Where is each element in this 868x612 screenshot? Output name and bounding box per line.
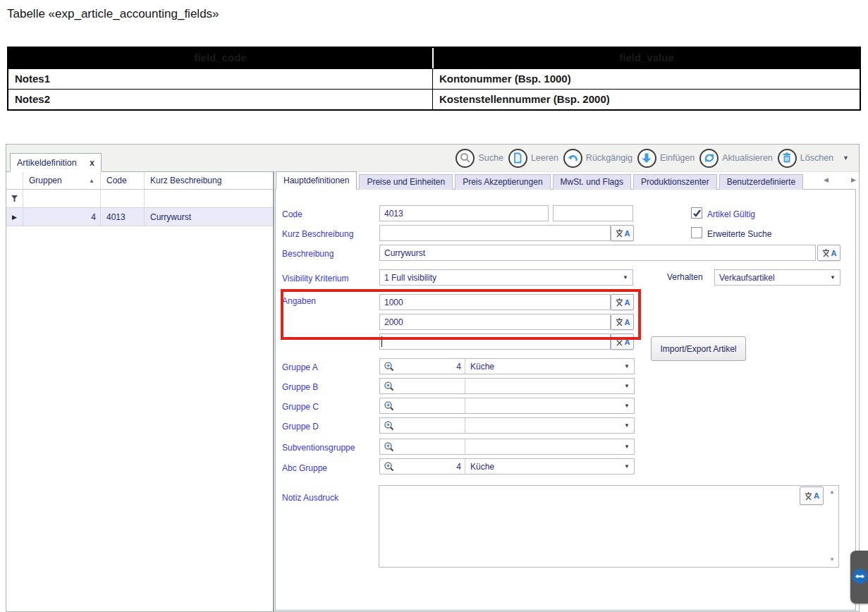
gruppe-d-label: Gruppe D <box>282 422 319 432</box>
translate-icon <box>615 228 624 238</box>
beschreibung-input[interactable]: Currywurst <box>379 245 816 261</box>
translate-button[interactable]: A <box>800 486 824 505</box>
column-header-field-code: field_code <box>8 48 432 68</box>
grid-filter-row[interactable] <box>6 190 273 208</box>
scroll-down-icon[interactable]: ▼ <box>829 556 835 563</box>
erweiterte-suche-checkbox[interactable] <box>691 227 702 238</box>
mapping-table-header-row: field_code field_value <box>8 48 860 68</box>
teamviewer-side-tab[interactable] <box>850 551 868 604</box>
lookup-magnifier-icon[interactable] <box>380 461 397 472</box>
tab-preise-und-einheiten[interactable]: Preise und Einheiten <box>359 174 453 190</box>
search-icon <box>456 149 475 168</box>
gruppe-d-combo[interactable]: ▼ <box>379 417 635 434</box>
translate-icon <box>615 317 624 326</box>
visibility-kriterium-select[interactable]: 1 Full visibility ▼ <box>379 269 633 286</box>
translate-button[interactable]: A <box>611 294 634 310</box>
beschreibung-label: Beschreibung <box>282 249 334 259</box>
page-title: Tabelle «exp_article_accounting_fields» <box>7 7 219 21</box>
gruppe-b-combo[interactable]: ▼ <box>379 378 635 394</box>
tab-artikeldefinition[interactable]: Artikeldefinition x <box>10 153 102 172</box>
gruppe-a-combo[interactable]: 4 Küche ▼ <box>379 358 635 374</box>
column-header-code[interactable]: Code <box>101 172 145 189</box>
chevron-down-icon[interactable]: ▼ <box>624 463 634 470</box>
abc-gruppe-label: Abc Gruppe <box>282 463 327 473</box>
tab-prev-icon[interactable]: ◀ <box>824 176 829 183</box>
visibility-kriterium-label: Visibility Kriterium <box>282 274 348 283</box>
column-header-field-value: field_value <box>432 48 860 68</box>
tab-scroll-arrows: ◀ ▶ <box>824 176 856 183</box>
abc-gruppe-combo[interactable]: 4 Küche ▼ <box>379 458 635 475</box>
refresh-button[interactable]: Aktualisieren <box>699 149 773 168</box>
close-icon[interactable]: x <box>90 158 94 168</box>
lookup-magnifier-icon[interactable] <box>380 441 397 452</box>
tab-mwst-und-flags[interactable]: MwSt. und Flags <box>553 174 631 190</box>
insert-button[interactable]: Einfügen <box>637 149 695 168</box>
artikel-gueltig-checkbox[interactable] <box>691 207 702 219</box>
kurz-beschreibung-input[interactable] <box>379 225 611 241</box>
tab-benutzerdefinierte[interactable]: Benutzerdefinierte <box>719 174 803 190</box>
chevron-down-icon[interactable]: ▼ <box>624 383 634 389</box>
panel-splitter[interactable] <box>273 171 274 611</box>
grid-indicator-header <box>6 172 23 189</box>
notiz-ausdruck-label: Notiz Ausdruck <box>282 493 338 503</box>
filter-cell-kurz[interactable] <box>145 190 273 207</box>
lookup-magnifier-icon[interactable] <box>380 381 397 391</box>
table-row: Notes2 Kostenstellennummer (Bsp. 2000) <box>8 89 860 109</box>
code-aux-input[interactable] <box>553 205 633 221</box>
delete-button[interactable]: Löschen <box>778 149 833 168</box>
scroll-up-icon[interactable]: ▲ <box>829 489 835 495</box>
clear-button[interactable]: Leeren <box>508 149 558 168</box>
table-row: Notes1 Kontonummer (Bsp. 1000) <box>8 68 860 89</box>
grid-selected-row[interactable]: ▶ 4 4013 Currywurst <box>6 208 273 226</box>
toolbar: Suche Leeren Rückgängig Einfügen Aktuali… <box>6 145 859 172</box>
column-header-gruppen[interactable]: Gruppen ▲ <box>23 172 101 189</box>
chevron-down-icon[interactable]: ▼ <box>624 443 634 450</box>
tab-produktionszenter[interactable]: Produktionszenter <box>633 174 717 190</box>
translate-icon <box>821 248 831 257</box>
translate-button[interactable]: A <box>611 333 634 350</box>
filter-cell-gruppen[interactable] <box>23 190 101 207</box>
chevron-down-icon[interactable]: ▼ <box>624 422 634 429</box>
gruppe-a-label: Gruppe A <box>282 362 318 372</box>
tab-next-icon[interactable]: ▶ <box>851 176 856 183</box>
chevron-down-icon[interactable]: ▼ <box>624 403 634 409</box>
subventionsgruppe-combo[interactable]: ▼ <box>379 439 635 455</box>
angaben-input-2[interactable]: 2000 <box>379 314 611 330</box>
detail-tabstrip: Hauptdefinitionen Preise und Einheiten P… <box>276 171 803 190</box>
gruppe-b-label: Gruppe B <box>282 382 318 392</box>
toolbar-more-icon[interactable]: ▼ <box>838 154 852 161</box>
chevron-down-icon: ▼ <box>830 274 840 281</box>
code-label: Code <box>282 209 302 219</box>
filter-cell-code[interactable] <box>101 190 145 207</box>
cell-field-value: Kostenstellennummer (Bsp. 2000) <box>432 90 860 109</box>
kurz-beschreibung-label: Kurz Beschreibung <box>282 229 353 239</box>
angaben-input-3[interactable] <box>379 333 611 350</box>
search-button[interactable]: Suche <box>456 149 503 168</box>
lookup-magnifier-icon[interactable] <box>380 420 397 431</box>
angaben-input-1[interactable]: 1000 <box>379 294 611 310</box>
grid-header-row: Gruppen ▲ Code Kurz Beschreibung <box>6 172 273 190</box>
notiz-ausdruck-textarea[interactable] <box>379 485 839 568</box>
translate-icon <box>615 337 624 346</box>
tab-hauptdefinitionen[interactable]: Hauptdefinitionen <box>276 171 357 190</box>
translate-button[interactable]: A <box>611 314 634 330</box>
lookup-magnifier-icon[interactable] <box>380 361 397 372</box>
import-export-artikel-button[interactable]: Import/Export Artikel <box>651 336 746 361</box>
undo-button[interactable]: Rückgängig <box>563 149 632 168</box>
column-header-kurz-beschreibung[interactable]: Kurz Beschreibung <box>145 172 273 189</box>
translate-icon <box>615 298 624 307</box>
gruppe-c-label: Gruppe C <box>282 402 319 412</box>
translate-button[interactable]: A <box>611 225 634 241</box>
cell-code: 4013 <box>101 208 145 226</box>
chevron-down-icon[interactable]: ▼ <box>624 363 634 369</box>
angaben-label: Angaben <box>282 296 316 306</box>
cell-kurz-beschreibung: Currywurst <box>145 208 273 226</box>
cell-gruppen: 4 <box>23 208 101 226</box>
blank-document-icon <box>508 149 527 168</box>
lookup-magnifier-icon[interactable] <box>380 400 397 411</box>
translate-button[interactable]: A <box>817 245 841 261</box>
verhalten-select[interactable]: Verkaufsartikel ▼ <box>714 269 841 286</box>
code-input[interactable]: 4013 <box>379 205 549 221</box>
tab-preis-akzeptierungen[interactable]: Preis Akzeptierungen <box>455 174 550 190</box>
gruppe-c-combo[interactable]: ▼ <box>379 398 635 414</box>
